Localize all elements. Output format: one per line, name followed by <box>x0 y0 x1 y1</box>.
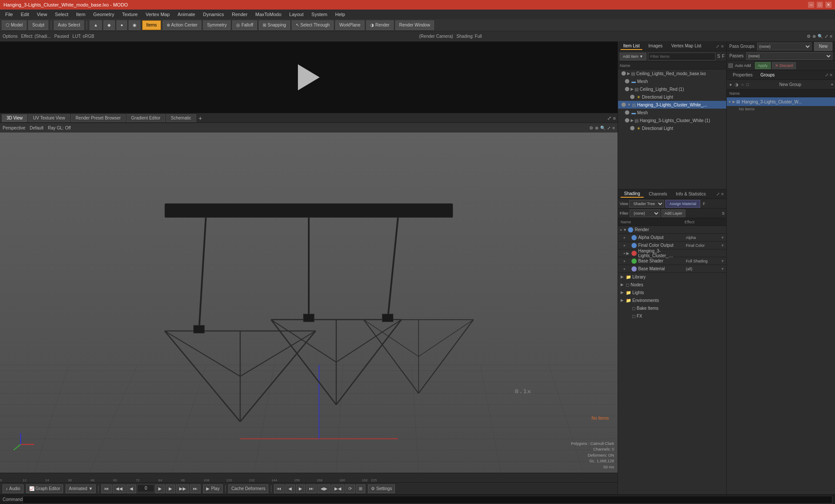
tree-item-ceiling-lights-red[interactable]: ▶ ▤ Ceiling_Lights_Red (1) <box>618 85 726 93</box>
tree-item-ceiling-lights-root[interactable]: ▶ ▤ Ceiling_Lights_Red_modo_base.lxo <box>618 70 726 77</box>
shader-row-alpha[interactable]: ● Alpha Output Alpha ▼ <box>618 234 726 242</box>
shader-row-base-material[interactable]: ● Base Material (all) ▼ <box>618 265 726 273</box>
render-window-btn[interactable]: Render Window <box>395 20 434 30</box>
base-mat-dropdown-icon[interactable]: ▼ <box>721 267 725 271</box>
expand-icon[interactable]: ▶ <box>627 71 630 76</box>
shader-s-btn[interactable]: S <box>722 211 725 216</box>
transport-next-btn[interactable]: ▶▶ <box>176 484 189 493</box>
icon-btn-3[interactable]: ● <box>117 20 127 30</box>
animated-btn[interactable]: Animated ▼ <box>66 484 96 493</box>
menu-select[interactable]: Select <box>51 11 72 18</box>
transport-next-last-btn[interactable]: ⏭ <box>190 484 200 493</box>
auto-select-btn[interactable]: Auto Select <box>54 20 84 30</box>
shader-folder-nodes[interactable]: ▶ ◻ Nodes <box>618 281 726 288</box>
assign-material-btn[interactable]: Assign Material <box>665 200 700 208</box>
transport-play-btn[interactable]: ▶ <box>155 484 165 493</box>
menu-edit[interactable]: Edit <box>17 11 33 18</box>
close-btn[interactable]: ✕ <box>825 2 832 8</box>
menu-geometry[interactable]: Geometry <box>90 11 117 18</box>
filter-select[interactable]: (none) <box>630 209 660 217</box>
pb-btn1[interactable]: ⏮ <box>274 484 284 493</box>
tab-schematic[interactable]: Schematic <box>166 114 196 122</box>
shader-row-base-shader[interactable]: ● Base Shader Full Shading ▼ <box>618 257 726 265</box>
groups-plus-icon[interactable]: + <box>831 82 833 87</box>
menu-view[interactable]: View <box>33 11 51 18</box>
shading-expand-icon[interactable]: ⤢ <box>716 192 720 196</box>
tree-item-hanging-3lights-root[interactable]: ▼ ▤ Hanging_3-Lights_Cluster_White_... <box>618 101 726 109</box>
zoom-icon[interactable]: ⊕ <box>812 34 816 39</box>
tab-properties[interactable]: Properties <box>729 72 756 78</box>
expand-icon[interactable]: ▶ <box>631 118 634 123</box>
symmetry-btn[interactable]: Symmetry <box>203 20 230 30</box>
menu-render[interactable]: Render <box>228 11 251 18</box>
play-preview-btn[interactable] <box>296 64 322 90</box>
pb-btn3[interactable]: ▶ <box>296 484 305 493</box>
menu-maxtomodo[interactable]: MaxToModo <box>252 11 285 18</box>
groups-icon-4[interactable]: □ <box>745 82 750 87</box>
tree-item-mesh-1[interactable]: ▬ Mesh <box>618 77 726 85</box>
menu-dynamics[interactable]: Dynamics <box>200 11 227 18</box>
audio-btn[interactable]: ♪ Audio <box>3 484 23 493</box>
shader-row-render[interactable]: ● ▼ Render <box>618 226 726 234</box>
pb-btn2[interactable]: ◀ <box>285 484 295 493</box>
play-btn[interactable]: ▶ Play <box>203 484 222 493</box>
prop-expand-icon[interactable]: ⤢ <box>825 73 828 77</box>
icon-btn-2[interactable]: ◆ <box>104 20 115 30</box>
tab-vertex-map[interactable]: Vertex Map List <box>669 43 704 50</box>
menu-system[interactable]: System <box>308 11 331 18</box>
pass-groups-select[interactable]: (none) <box>757 43 812 50</box>
item-list-s-btn[interactable]: S <box>717 54 720 59</box>
viewport-3d[interactable]: 8.1x No Items Polygons : Catmull-Clark C… <box>0 133 618 473</box>
render-btn[interactable]: ◑ Render <box>366 20 394 30</box>
expand-icon[interactable]: ▼ <box>627 103 631 107</box>
prop-menu-icon[interactable]: ≡ <box>830 73 832 77</box>
transport-prev-frame-btn[interactable]: ◀ <box>127 484 136 493</box>
auto-add-checkbox[interactable] <box>728 63 733 68</box>
pb-btn5[interactable]: ◀▶ <box>317 484 331 493</box>
tree-item-hanging-group[interactable]: ▶ ▤ Hanging_3-Lights_Cluster_White (1) <box>618 116 726 124</box>
passes-select[interactable]: (none) <box>746 52 832 60</box>
item-list-f-btn[interactable]: F <box>722 54 725 59</box>
item-list-expand-icon[interactable]: ⤢ <box>716 44 719 49</box>
expand-icon[interactable]: ▶ <box>621 290 625 295</box>
shader-folder-bake-items[interactable]: ◻ Bake Items <box>618 304 726 312</box>
vp-zoom-icon[interactable]: ⊕ <box>595 126 598 130</box>
pb-btn8[interactable]: ⊞ <box>356 484 365 493</box>
tab-render-preset[interactable]: Render Preset Browser <box>71 114 126 122</box>
tree-item-directional-light-2[interactable]: ☀ Directional Light <box>618 124 726 132</box>
mode-model-btn[interactable]: ⬡ Model <box>2 20 27 30</box>
item-tree[interactable]: ▶ ▤ Ceiling_Lights_Red_modo_base.lxo ▬ M… <box>618 70 726 189</box>
tab-item-list[interactable]: Item List <box>621 43 642 50</box>
falloff-btn[interactable]: ◎ Falloff <box>232 20 257 30</box>
add-item-btn[interactable]: Add Item ▼ <box>620 53 646 60</box>
tab-3d-view[interactable]: 3D View <box>2 114 27 122</box>
menu-texture[interactable]: Texture <box>119 11 141 18</box>
mode-sculpt-btn[interactable]: Sculpt <box>28 20 48 30</box>
tab-uv-texture[interactable]: UV Texture View <box>28 114 70 122</box>
shader-tree-select[interactable]: Shader Tree <box>629 200 664 208</box>
transport-prev-first-btn[interactable]: ⏮ <box>101 484 112 493</box>
command-input[interactable] <box>23 496 832 504</box>
snapping-btn[interactable]: ⊞ Snapping <box>259 20 290 30</box>
alpha-dropdown-icon[interactable]: ▼ <box>721 235 725 240</box>
transport-prev-btn[interactable]: ◀◀ <box>113 484 126 493</box>
discard-btn[interactable]: ✕ Discard <box>772 62 796 69</box>
pb-btn6[interactable]: ▶◀ <box>331 484 344 493</box>
timeline-ruler[interactable]: 0 12 24 36 48 60 72 84 96 108 120 132 14… <box>0 473 618 482</box>
workplane-btn[interactable]: WorkPlane <box>335 20 364 30</box>
shader-folder-environments[interactable]: ▶ 📁 Environments <box>618 296 726 304</box>
menu-vertexmap[interactable]: Vertex Map <box>142 11 174 18</box>
expand-icon[interactable]: ⤢ <box>825 34 828 39</box>
menu-file[interactable]: File <box>2 11 17 18</box>
gear-icon[interactable]: ⚙ <box>807 34 811 39</box>
maximize-btn[interactable]: □ <box>817 2 823 8</box>
tree-item-directional-light-1[interactable]: ☀ Directional Light <box>618 93 726 101</box>
more-icon[interactable]: ≡ <box>830 34 832 39</box>
expand-icon[interactable]: ▶ <box>621 298 625 302</box>
new-pass-group-btn[interactable]: New <box>814 42 832 51</box>
expand-icon[interactable]: ▶ <box>621 275 625 279</box>
groups-icon-2[interactable]: ◑ <box>734 82 739 87</box>
expand-icon[interactable]: ▶ <box>626 251 631 255</box>
shader-folder-fx[interactable]: ◻ FX <box>618 312 726 320</box>
graph-editor-btn[interactable]: 📈 Graph Editor <box>26 484 63 493</box>
